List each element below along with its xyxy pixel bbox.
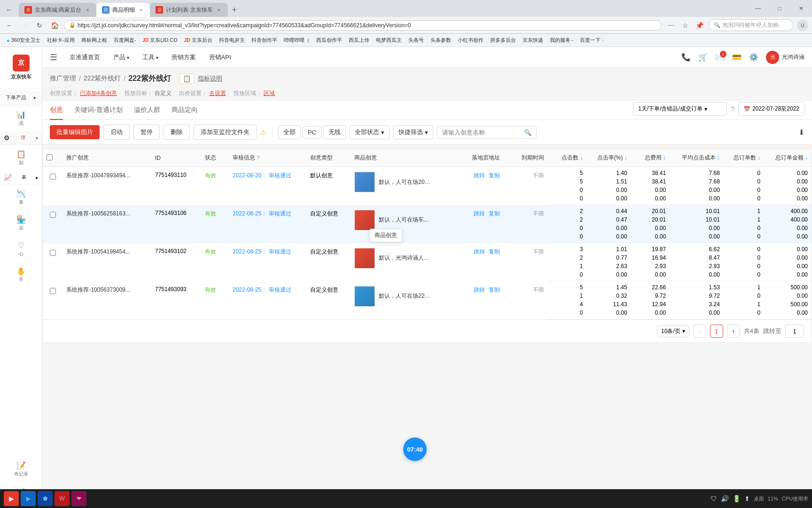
header-ctr[interactable]: 点击率(%) ↓ (586, 149, 631, 167)
metric-selector[interactable]: 1天/下单/含错品/成交订单 ▾ (633, 102, 727, 116)
creative-search-input[interactable] (442, 129, 521, 136)
sidebar-expand-products[interactable]: 下单产品 ▸ (0, 90, 42, 105)
bookmark-douyin[interactable]: 抖音电岁主 (216, 36, 248, 45)
indicator-link[interactable]: 指标说明 (198, 74, 222, 83)
row1-audit-result[interactable]: 审核通过 (269, 172, 291, 179)
sidebar-item-hand[interactable]: ✋ 手 (0, 262, 42, 288)
new-tab-btn[interactable]: + (228, 3, 241, 16)
copy-link-btn[interactable]: 📋 (180, 73, 194, 84)
taskbar-app-4[interactable]: ❤ (71, 491, 86, 506)
win-minimize-btn[interactable]: — (747, 0, 769, 17)
bookmark-baidu-disk[interactable]: 百度网盘- (111, 36, 139, 45)
settings-btn[interactable]: ⚙️ (749, 53, 758, 62)
sidebar-item-report2[interactable]: 📉 表 (0, 184, 42, 210)
forward-button[interactable]: → (19, 20, 30, 31)
row3-audit-date[interactable]: 2022-08-25： (233, 248, 267, 255)
row1-audit-date[interactable]: 2022-08-20： (233, 172, 267, 179)
wallet-btn[interactable]: 💳 (732, 53, 742, 62)
shop-cart-btn[interactable]: 🛒 (698, 53, 708, 62)
sidebar-item-log[interactable]: 📝 作记录 (0, 456, 42, 482)
row4-checkbox[interactable] (50, 288, 56, 294)
header-audit[interactable]: 审核信息 ? (229, 149, 306, 167)
taskbar-start-btn[interactable]: ▶ (4, 491, 19, 506)
header-landing[interactable]: 落地页地址 (461, 149, 504, 167)
bookmark-xigua-upload[interactable]: 西瓜上传 (346, 36, 372, 45)
browser-tab-3[interactable]: 京 计划列表·京东快车 × (150, 3, 227, 17)
bookmark-pinduoduo[interactable]: 拼多多后台 (487, 36, 519, 45)
row4-audit-date[interactable]: 2022-08-25： (233, 286, 267, 293)
nav-api[interactable]: 营销API (208, 51, 232, 64)
bookmark-card[interactable]: 社标卡-应用 (44, 36, 78, 45)
header-creative[interactable]: 商品创意 (351, 149, 461, 167)
bookmark-dreamgame[interactable]: 电梦西瓜主 (373, 36, 405, 45)
bookmark-my-service[interactable]: 我的服务 - (547, 36, 577, 45)
bookmark-toutiao[interactable]: 头条号 (406, 36, 427, 45)
header-amount[interactable]: 总订单金额 ↓ (764, 149, 812, 167)
audit-help-icon[interactable]: ? (257, 155, 259, 160)
next-page-btn[interactable]: › (727, 325, 740, 338)
row1-checkbox[interactable] (50, 174, 56, 180)
star-btn[interactable]: ☆ (679, 20, 691, 31)
taskbar-volume-icon[interactable]: 🔋 (733, 495, 741, 502)
breadcrumb-home[interactable]: 推广管理 (50, 74, 76, 83)
metric-help-icon[interactable]: ? (731, 105, 734, 113)
user-info[interactable]: 光 光鸿诗涵 (766, 51, 804, 64)
header-expire[interactable]: 到期时间 (504, 149, 548, 167)
header-id[interactable]: ID (151, 149, 201, 167)
row4-audit-result[interactable]: 审核通过 (269, 286, 291, 293)
bookmark-trademark[interactable]: 商标网上检 (78, 36, 110, 45)
row4-jump-link[interactable]: 跳转 (474, 286, 485, 293)
win-maximize-btn[interactable]: □ (769, 0, 790, 17)
sidebar-expand-report[interactable]: 📈 表 ▸ (0, 171, 42, 184)
prev-page-btn[interactable]: ‹ (693, 325, 706, 338)
status-filter[interactable]: 全部状态 ▾ (350, 125, 390, 139)
taskbar-network-icon[interactable]: 🔊 (721, 495, 729, 502)
back-button[interactable]: ← (4, 20, 15, 31)
download-icon[interactable]: ⬇ (798, 128, 804, 137)
header-cost[interactable]: 总费用 ↓ (631, 149, 670, 167)
taskbar-battery-icon[interactable]: ⬆ (744, 495, 750, 502)
tab-keyword[interactable]: 关键词-普通计划 (74, 101, 123, 120)
page-size-selector[interactable]: 10条/页 ▾ (657, 325, 689, 337)
goto-input[interactable] (785, 325, 804, 338)
sidebar-item-store[interactable]: 🏪 店 (0, 210, 42, 236)
bookmark-toutiao-stats[interactable]: 头条参数 (428, 36, 454, 45)
tab-2-close[interactable]: × (138, 7, 144, 13)
bookmark-xiaohongshu[interactable]: 小红书创作 (455, 36, 486, 45)
home-button[interactable]: 🏠 (49, 20, 60, 31)
batch-edit-btn[interactable]: 批量编辑图片 (50, 125, 100, 139)
row3-copy-link[interactable]: 复制 (489, 248, 500, 255)
bid-link[interactable]: 去设置 (209, 89, 226, 97)
pause-btn[interactable]: 暂停 (133, 125, 160, 140)
taskbar-app-1[interactable]: ▶ (21, 491, 36, 506)
collections-btn[interactable]: 📌 (694, 20, 705, 31)
bookmark-douyin-create[interactable]: 抖音创作平 (249, 36, 280, 45)
start-btn[interactable]: 启动 (103, 125, 130, 140)
row2-copy-link[interactable]: 复制 (489, 210, 500, 217)
select-all-checkbox[interactable] (47, 154, 53, 160)
row2-audit-result[interactable]: 审核通过 (269, 210, 291, 217)
row1-jump-link[interactable]: 跳转 (474, 172, 485, 179)
extensions-btn[interactable]: ⋯ (665, 20, 677, 31)
account-btn[interactable]: U (797, 20, 808, 31)
header-status[interactable]: 状态 (201, 149, 229, 167)
search-icon[interactable]: 🔍 (524, 129, 531, 136)
row3-checkbox[interactable] (50, 250, 56, 256)
settings-link[interactable]: 已添加4条创意 (80, 89, 117, 97)
win-close-btn[interactable]: ✕ (790, 0, 812, 17)
header-cpc[interactable]: 平均点击成本 ↓ (670, 149, 724, 167)
header-name[interactable]: 推广创意 (62, 149, 151, 167)
creative-search-box[interactable]: 🔍 (437, 126, 537, 139)
bookmark-jd[interactable]: JD 京东(JD.CO (140, 36, 180, 45)
bookmark-xigua[interactable]: 西瓜创作平 (313, 36, 345, 45)
nav-tools[interactable]: 工具 (141, 51, 159, 64)
tab-creative[interactable]: 创意 (50, 101, 63, 120)
taskbar-shield-icon[interactable]: 🛡 (710, 495, 717, 502)
breadcrumb-campaign[interactable]: 222紫外线灯 (84, 74, 121, 83)
delete-btn[interactable]: 删除 (164, 125, 190, 140)
header-orders[interactable]: 总订单数 ↓ (724, 149, 764, 167)
row2-audit-date[interactable]: 2022-08-25： (233, 210, 267, 217)
tab-1-close[interactable]: × (84, 7, 91, 13)
tab-product-orientation[interactable]: 商品定向 (172, 101, 198, 120)
sidebar-expand-manage[interactable]: ⚙ 理 ▾ (0, 131, 42, 145)
